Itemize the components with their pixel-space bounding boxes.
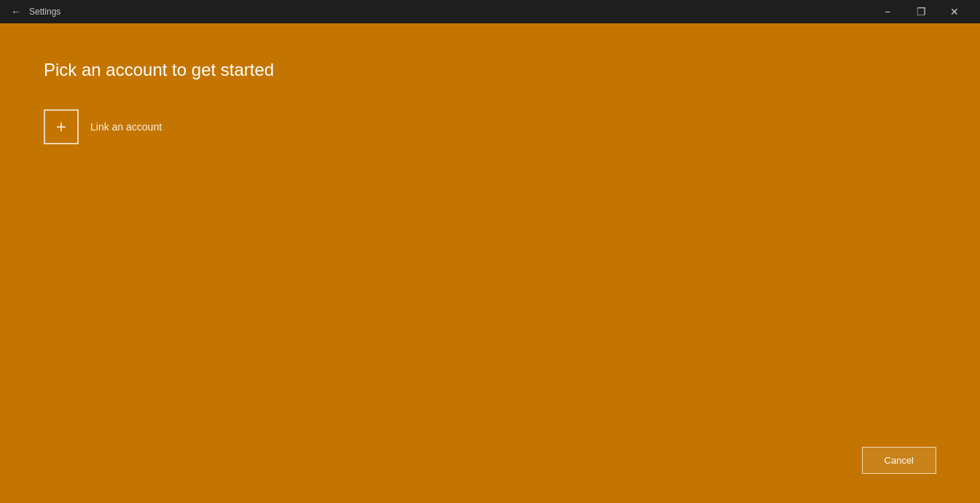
minimize-button[interactable]: − bbox=[871, 0, 904, 23]
add-account-icon: + bbox=[44, 109, 79, 144]
cancel-button[interactable]: Cancel bbox=[862, 447, 936, 474]
pick-account-overlay: Pick an account to get started + Link an… bbox=[0, 23, 980, 503]
maximize-button[interactable]: ❐ bbox=[904, 0, 938, 23]
app-title: Settings bbox=[29, 7, 871, 17]
window-controls: − ❐ ✕ bbox=[871, 0, 971, 23]
titlebar: ← Settings − ❐ ✕ bbox=[0, 0, 980, 23]
back-button[interactable]: ← bbox=[9, 4, 23, 19]
overlay-title: Pick an account to get started bbox=[44, 60, 936, 80]
link-account-label[interactable]: Link an account bbox=[90, 121, 162, 133]
close-button[interactable]: ✕ bbox=[938, 0, 971, 23]
link-account-row[interactable]: + Link an account bbox=[44, 109, 936, 144]
overlay-bottom: Cancel bbox=[862, 447, 936, 474]
